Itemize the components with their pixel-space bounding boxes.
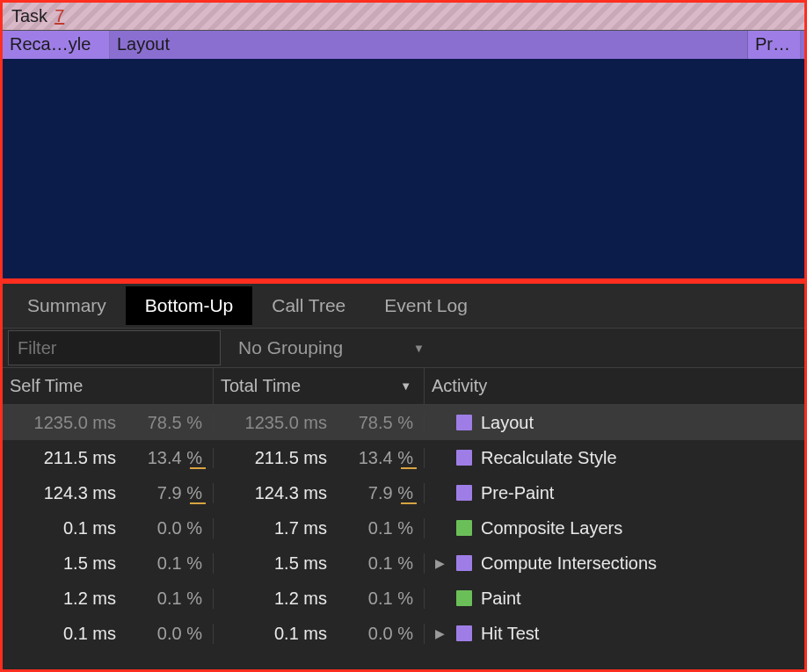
flame-seg-layout[interactable]: Layout xyxy=(110,31,748,59)
table-row[interactable]: 0.1 ms0.0 %0.1 ms0.0 %▶Hit Test xyxy=(3,616,804,651)
table-header: Self Time Total Time ▼ Activity xyxy=(3,368,804,405)
flame-row: Reca…yle Layout Pr…t xyxy=(3,31,804,59)
self-time-pct: 0.1 % xyxy=(116,589,207,609)
flame-chart-empty xyxy=(3,59,804,278)
chevron-down-icon: ▼ xyxy=(413,342,425,355)
total-time-pct: 0.1 % xyxy=(327,589,418,609)
total-time-value: 1.7 ms xyxy=(223,518,327,538)
table-body: 1235.0 ms78.5 %1235.0 ms78.5 %Layout211.… xyxy=(3,405,804,651)
grouping-label: No Grouping xyxy=(238,337,343,358)
activity-name: Hit Test xyxy=(481,624,539,644)
table-row[interactable]: 124.3 ms7.9 %124.3 ms7.9 %Pre-Paint xyxy=(3,475,804,510)
flame-chart-area: Task 7 Reca…yle Layout Pr…t xyxy=(0,0,807,281)
self-time-value: 0.1 ms xyxy=(12,624,116,644)
col-header-total-time[interactable]: Total Time ▼ xyxy=(214,368,425,404)
task-label: Task xyxy=(11,6,47,26)
tab-summary[interactable]: Summary xyxy=(8,286,126,325)
total-time-value: 1235.0 ms xyxy=(223,413,327,433)
flame-seg-prepaint[interactable]: Pr…t xyxy=(748,31,801,59)
activity-table: Self Time Total Time ▼ Activity 1235.0 m… xyxy=(3,368,804,669)
table-row[interactable]: 1.2 ms0.1 %1.2 ms0.1 %Paint xyxy=(3,581,804,616)
self-time-pct: 13.4 % xyxy=(116,448,207,468)
tab-bottom-up[interactable]: Bottom-Up xyxy=(126,286,252,325)
activity-color-swatch xyxy=(456,450,472,466)
self-time-value: 211.5 ms xyxy=(12,448,116,468)
self-time-value: 1.5 ms xyxy=(12,553,116,574)
table-row[interactable]: 0.1 ms0.0 %1.7 ms0.1 %Composite Layers xyxy=(3,510,804,546)
filter-input[interactable] xyxy=(8,330,221,365)
activity-name: Pre-Paint xyxy=(481,483,554,503)
total-time-pct: 0.1 % xyxy=(327,553,418,574)
activity-color-swatch xyxy=(456,590,472,606)
total-time-pct: 0.1 % xyxy=(327,518,418,538)
activity-color-swatch xyxy=(456,520,472,536)
self-time-pct: 78.5 % xyxy=(116,413,207,433)
self-time-pct: 7.9 % xyxy=(116,483,207,503)
activity-name: Layout xyxy=(481,413,534,433)
expand-icon[interactable]: ▶ xyxy=(432,626,447,640)
activity-color-swatch xyxy=(456,415,472,430)
self-time-pct: 0.0 % xyxy=(116,624,207,644)
filter-row: No Grouping ▼ xyxy=(3,328,804,368)
total-time-value: 0.1 ms xyxy=(223,624,327,644)
total-time-pct: 78.5 % xyxy=(327,413,418,433)
activity-color-swatch xyxy=(456,625,472,641)
table-row[interactable]: 1235.0 ms78.5 %1235.0 ms78.5 %Layout xyxy=(3,405,804,440)
total-time-pct: 13.4 % xyxy=(327,448,418,468)
tab-call-tree[interactable]: Call Tree xyxy=(252,286,365,325)
total-time-value: 1.2 ms xyxy=(223,589,327,609)
flame-seg-recalculate-style[interactable]: Reca…yle xyxy=(3,31,110,59)
self-time-value: 1.2 ms xyxy=(12,589,116,609)
col-header-activity[interactable]: Activity xyxy=(425,368,804,404)
activity-name: Composite Layers xyxy=(481,518,622,538)
grouping-dropdown[interactable]: No Grouping ▼ xyxy=(226,337,425,358)
col-header-self-time[interactable]: Self Time xyxy=(3,368,214,404)
task-number-link[interactable]: 7 xyxy=(55,6,64,26)
total-time-pct: 7.9 % xyxy=(327,483,418,503)
self-time-value: 124.3 ms xyxy=(12,483,116,503)
total-time-value: 124.3 ms xyxy=(223,483,327,503)
sort-desc-icon: ▼ xyxy=(400,379,411,393)
activity-name: Compute Intersections xyxy=(481,553,657,574)
table-row[interactable]: 211.5 ms13.4 %211.5 ms13.4 %Recalculate … xyxy=(3,440,804,475)
tabs-row: Summary Bottom-Up Call Tree Event Log xyxy=(3,284,804,328)
task-bar[interactable]: Task 7 xyxy=(3,3,804,31)
activity-name: Paint xyxy=(481,589,521,609)
activity-color-swatch xyxy=(456,555,472,571)
activity-color-swatch xyxy=(456,485,472,501)
activity-name: Recalculate Style xyxy=(481,448,617,468)
self-time-pct: 0.0 % xyxy=(116,518,207,538)
table-row[interactable]: 1.5 ms0.1 %1.5 ms0.1 %▶Compute Intersect… xyxy=(3,546,804,581)
total-time-pct: 0.0 % xyxy=(327,624,418,644)
total-time-value: 211.5 ms xyxy=(223,448,327,468)
self-time-value: 1235.0 ms xyxy=(12,413,116,433)
details-panel: Summary Bottom-Up Call Tree Event Log No… xyxy=(0,281,807,672)
tab-event-log[interactable]: Event Log xyxy=(365,286,487,325)
self-time-pct: 0.1 % xyxy=(116,553,207,574)
self-time-value: 0.1 ms xyxy=(12,518,116,538)
total-time-value: 1.5 ms xyxy=(223,553,327,574)
expand-icon[interactable]: ▶ xyxy=(432,556,447,570)
